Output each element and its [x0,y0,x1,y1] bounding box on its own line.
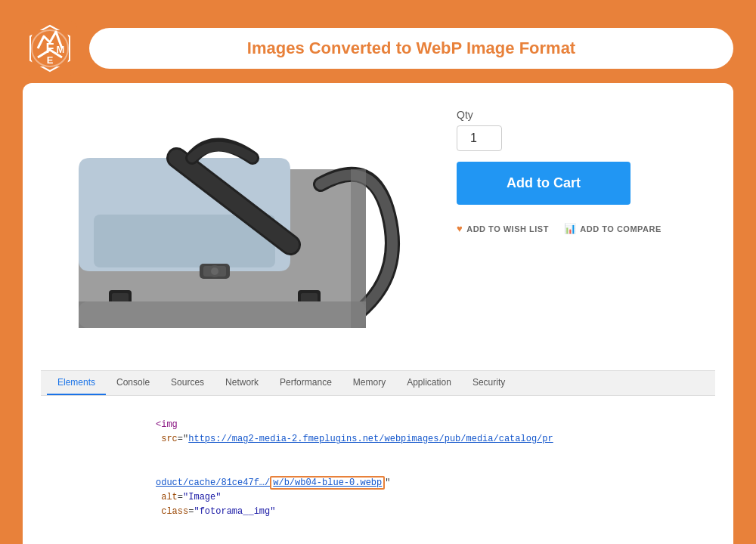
attr-src-name: src=" [156,434,188,444]
header: F M F M E Images Converted to WebP Image… [15,15,741,83]
product-section: Qty Add to Cart ♥ ADD TO WISH LIST 📊 ADD… [41,101,715,370]
alt-attr: alt="Image" [156,492,221,502]
heart-icon: ♥ [457,223,463,234]
tag-open: <img [156,419,178,430]
qty-section: Qty [457,109,715,151]
right-panel: Qty Add to Cart ♥ ADD TO WISH LIST 📊 ADD… [457,101,715,358]
qty-label: Qty [457,109,715,121]
tab-security[interactable]: Security [462,371,516,395]
svg-rect-19 [351,169,366,328]
tab-performance[interactable]: Performance [269,371,342,395]
wish-compare-section: ♥ ADD TO WISH LIST 📊 ADD TO COMPARE [457,223,715,234]
tab-elements[interactable]: Elements [47,371,106,395]
add-to-wishlist-button[interactable]: ♥ ADD TO WISH LIST [457,223,549,234]
product-image-area [41,101,434,358]
add-to-cart-button[interactable]: Add to Cart [457,162,631,205]
svg-point-21 [211,267,218,275]
code-line-2: oduct/cache/81ce47f…/w/b/wb04-blue-0.web… [101,462,703,534]
main-card: Qty Add to Cart ♥ ADD TO WISH LIST 📊 ADD… [23,83,733,544]
url-highlighted[interactable]: w/b/wb04-blue-0.webp [270,476,385,490]
class-attr: class="fotorama__img" [156,506,275,517]
logo: F M F M E [23,21,77,76]
tab-console[interactable]: Console [106,371,160,395]
svg-text:M: M [57,44,65,55]
add-to-compare-button[interactable]: 📊 ADD TO COMPARE [564,223,662,234]
bars-icon: 📊 [564,223,577,234]
wishlist-label: ADD TO WISH LIST [466,224,549,233]
tab-network[interactable]: Network [215,371,269,395]
devtools-tabs: Elements Console Sources Network Perform… [41,371,715,396]
svg-text:E: E [47,54,54,66]
code-line-3: aria-hidden="false" == $0 [101,534,703,544]
header-title-box: Images Converted to WebP Image Format [89,28,733,69]
url-part2[interactable]: oduct/cache/81ce47f…/ [156,478,270,488]
devtools-content: <img src="https://mag2-media-2.fmeplugin… [41,396,715,544]
tab-sources[interactable]: Sources [160,371,215,395]
product-image [56,109,419,351]
devtools-panel: Elements Console Sources Network Perform… [41,370,715,544]
page-title: Images Converted to WebP Image Format [247,39,575,58]
url-part1[interactable]: https://mag2-media-2.fmeplugins.net/webp… [188,434,553,444]
tab-memory[interactable]: Memory [342,371,396,395]
code-line-1: <img src="https://mag2-media-2.fmeplugin… [101,403,703,462]
svg-rect-18 [79,301,366,328]
tab-application[interactable]: Application [396,371,462,395]
url-close-quote: " [385,478,390,488]
qty-input[interactable] [457,125,502,151]
compare-label: ADD TO COMPARE [580,224,661,233]
svg-text:F: F [46,41,54,56]
